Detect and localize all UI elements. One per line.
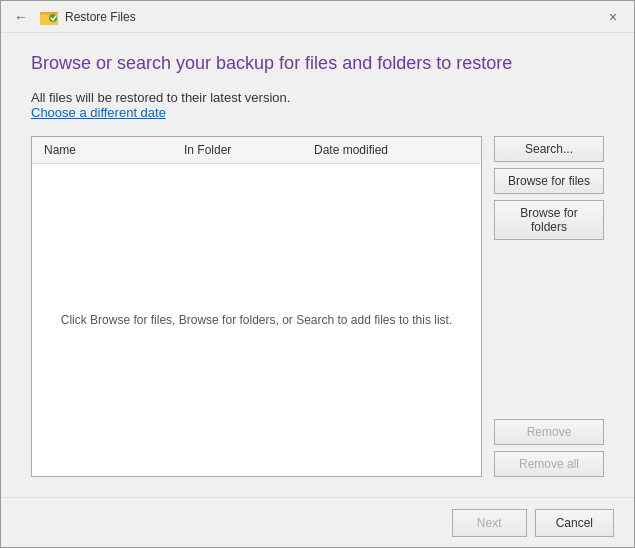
back-button[interactable]: ← [9, 5, 33, 29]
close-button[interactable]: × [600, 4, 626, 30]
file-list-body: Click Browse for files, Browse for folde… [32, 164, 481, 476]
remove-all-button[interactable]: Remove all [494, 451, 604, 477]
browse-folders-label: Browse for folders [520, 206, 577, 234]
button-spacer [494, 246, 604, 413]
browse-files-button[interactable]: Browse for files [494, 168, 604, 194]
col-date-header: Date modified [310, 141, 473, 159]
back-icon: ← [14, 9, 28, 25]
info-line1: All files will be restored to their late… [31, 90, 604, 105]
window-icon [39, 7, 59, 27]
buttons-panel: Search... Browse for files Browse for fo… [494, 136, 604, 477]
next-button[interactable]: Next [452, 509, 527, 537]
info-section: All files will be restored to their late… [31, 90, 604, 120]
footer: Next Cancel [1, 497, 634, 547]
remove-button[interactable]: Remove [494, 419, 604, 445]
col-name-header: Name [40, 141, 180, 159]
window-title: Restore Files [65, 10, 136, 24]
browse-folders-button[interactable]: Browse for folders [494, 200, 604, 240]
empty-hint: Click Browse for files, Browse for folde… [61, 313, 452, 327]
cancel-button[interactable]: Cancel [535, 509, 614, 537]
choose-date-link[interactable]: Choose a different date [31, 105, 166, 120]
main-area: Name In Folder Date modified Click Brows… [31, 136, 604, 477]
title-bar: ← Restore Files × [1, 1, 634, 33]
file-list: Name In Folder Date modified Click Brows… [31, 136, 482, 477]
browse-files-label: Browse for files [508, 174, 590, 188]
remove-all-label: Remove all [519, 457, 579, 471]
content-area: Browse or search your backup for files a… [1, 33, 634, 497]
file-list-header: Name In Folder Date modified [32, 137, 481, 164]
title-bar-left: ← Restore Files [9, 5, 600, 29]
remove-label: Remove [527, 425, 572, 439]
window: ← Restore Files × Browse or search your … [0, 0, 635, 548]
col-folder-header: In Folder [180, 141, 310, 159]
page-heading: Browse or search your backup for files a… [31, 53, 604, 74]
search-button-label: Search... [525, 142, 573, 156]
search-button[interactable]: Search... [494, 136, 604, 162]
